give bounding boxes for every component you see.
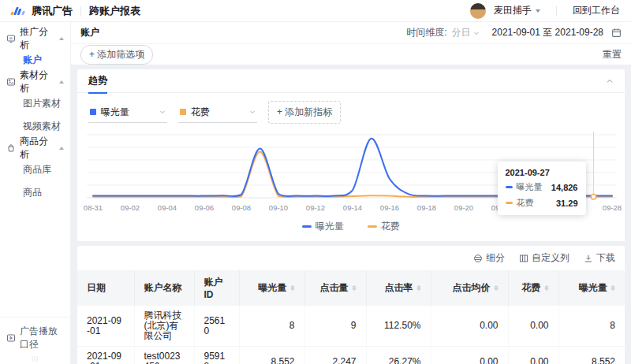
trend-chart[interactable]: 08-3109-0209-0409-0609-0809-1009-1209-14…	[77, 127, 625, 218]
cell-点击均价: 0.00	[431, 347, 508, 364]
hover-point-marker	[591, 195, 596, 199]
trend-tab[interactable]: 趋势	[88, 69, 107, 93]
sort-icon	[416, 285, 421, 291]
chevron-up-icon	[606, 77, 614, 85]
add-metric-button[interactable]: + 添加新指标	[268, 101, 341, 124]
tooltip-row: 曝光量14,826	[506, 181, 578, 193]
columns-icon	[519, 254, 528, 263]
product-title: 跨账户报表	[89, 4, 140, 18]
x-tick-label: 09-16	[380, 203, 399, 212]
legend-mark	[302, 225, 312, 228]
user-menu[interactable]: 麦田捕手	[494, 4, 540, 17]
table-row: 2021-09-01腾讯科技(北京)有限公司2561089112.50%0.00…	[77, 306, 625, 347]
chevron-down-icon	[536, 9, 540, 13]
column-header-点击均价-6[interactable]: 点击均价	[431, 270, 508, 306]
reset-button[interactable]: 重置	[603, 48, 622, 61]
x-tick-label: 09-14	[343, 203, 362, 212]
sidebar-group-2[interactable]: 素材分析	[0, 72, 70, 92]
cell-日期: 2021-09-01	[77, 306, 134, 347]
tencent-ads-logo-icon	[11, 7, 25, 15]
x-tick-label: 09-04	[158, 203, 177, 212]
cell-账户名称: test0023456	[134, 347, 194, 364]
table-action-label: 下载	[596, 251, 615, 265]
column-label: 点击均价	[453, 281, 491, 295]
board-icon	[6, 34, 16, 43]
column-header-曝光量-8[interactable]: 曝光量	[558, 270, 625, 306]
column-label: 日期	[87, 281, 106, 295]
legend-item-花费[interactable]: 花费	[368, 220, 400, 233]
app-header: 腾讯广告 跨账户报表 麦田捕手 回到工作台	[0, 0, 631, 22]
metric-select-1[interactable]: 曝光量	[88, 102, 167, 123]
sort-icon	[610, 285, 615, 291]
sidebar-group-3[interactable]: 商品分析	[0, 138, 70, 158]
brand-name: 腾讯广告	[32, 4, 73, 18]
calendar-icon[interactable]	[611, 28, 622, 38]
x-tick-label: 09-08	[232, 203, 251, 212]
sidebar-item-图片素材[interactable]: 图片素材	[0, 92, 70, 115]
x-tick-label: 09-12	[306, 203, 325, 212]
table-action-label: 自定义列	[532, 251, 569, 265]
column-label: 花费	[522, 281, 541, 295]
time-dimension-select[interactable]: 分日	[452, 26, 480, 39]
table-row: 2021-09-01test0023456959188,5522,24726.2…	[77, 347, 625, 364]
column-header-花费-7[interactable]: 花费	[508, 270, 558, 306]
table-action-细分[interactable]: 细分	[473, 251, 505, 265]
sidebar-resize-handle[interactable]: |||	[0, 355, 70, 362]
tooltip-series-mark	[506, 202, 513, 204]
legend-item-曝光量[interactable]: 曝光量	[302, 220, 344, 233]
sidebar-item-商品[interactable]: 商品	[0, 181, 70, 204]
column-label: 账户ID	[204, 276, 230, 300]
date-range-picker[interactable]: 2021-09-01 至 2021-09-28	[492, 26, 603, 39]
cell-曝光量: 8	[239, 306, 304, 347]
sidebar-group-1[interactable]: 推广分析	[0, 28, 70, 49]
header-divider	[556, 6, 557, 16]
sort-icon	[544, 285, 549, 291]
table-action-下载[interactable]: 下载	[584, 251, 615, 265]
header-divider	[80, 6, 81, 16]
column-label: 点击率	[385, 281, 413, 295]
cell-曝光量: 8,552	[239, 347, 304, 364]
collapse-panel-button[interactable]	[606, 77, 614, 85]
main-content: 账户 时间维度: 分日 2021-09-01 至 2021-09-28 +	[71, 22, 631, 364]
avatar[interactable]	[470, 3, 486, 19]
legend-label: 花费	[381, 220, 400, 233]
cell-账户ID: 95918	[194, 347, 239, 364]
cell-账户名称: 腾讯科技(北京)有限公司	[134, 306, 194, 347]
column-header-点击率-5[interactable]: 点击率	[366, 270, 431, 306]
add-filter-button[interactable]: + 添加筛选项	[80, 45, 153, 65]
tooltip-series-value: 14,826	[551, 183, 578, 192]
report-table: 日期账户名称账户ID曝光量点击量点击率点击均价花费曝光量 2021-09-01腾…	[77, 270, 625, 364]
chart-legend: 曝光量花费	[77, 218, 625, 241]
metric2-color-swatch	[180, 109, 186, 115]
column-header-账户名称-1: 账户名称	[134, 270, 194, 306]
x-tick-label: 09-20	[454, 203, 473, 212]
image-icon	[6, 77, 16, 87]
sidebar-group-label: 商品分析	[20, 135, 55, 162]
cell-日期: 2021-09-01	[77, 347, 134, 364]
x-tick-label: 09-18	[417, 203, 436, 212]
caret-up-icon	[59, 80, 64, 84]
column-header-点击量-4[interactable]: 点击量	[304, 270, 366, 306]
cell-点击量: 9	[304, 306, 366, 347]
sidebar: 推广分析账户素材分析图片素材视频素材商品分析商品库商品 广告播放口径 |||	[0, 22, 71, 364]
sort-icon	[290, 285, 295, 291]
x-tick-label: 09-02	[121, 203, 140, 212]
table-action-自定义列[interactable]: 自定义列	[519, 251, 569, 265]
sidebar-item-ad-playback[interactable]: 广告播放口径	[0, 317, 70, 351]
sidebar-item-商品库[interactable]: 商品库	[0, 158, 70, 181]
sidebar-footer-label: 广告播放口径	[20, 325, 64, 351]
back-to-workbench-link[interactable]: 回到工作台	[573, 4, 620, 17]
x-tick-label: 09-06	[195, 203, 214, 212]
sort-icon	[352, 285, 357, 291]
column-header-曝光量-3[interactable]: 曝光量	[239, 270, 304, 306]
metric2-label: 花费	[191, 106, 245, 119]
page-toolbar: 账户 时间维度: 分日 2021-09-01 至 2021-09-28 +	[71, 22, 631, 65]
chevron-down-icon	[159, 109, 166, 115]
cell-点击量: 2,247	[304, 347, 366, 364]
column-label: 点击量	[320, 281, 349, 295]
tooltip-series-value: 31.29	[556, 199, 578, 208]
column-header-日期-0: 日期	[77, 270, 134, 306]
metric-select-2[interactable]: 花费	[178, 102, 257, 123]
metric1-label: 曝光量	[101, 106, 155, 119]
cell-花费: 0.00	[508, 347, 558, 364]
